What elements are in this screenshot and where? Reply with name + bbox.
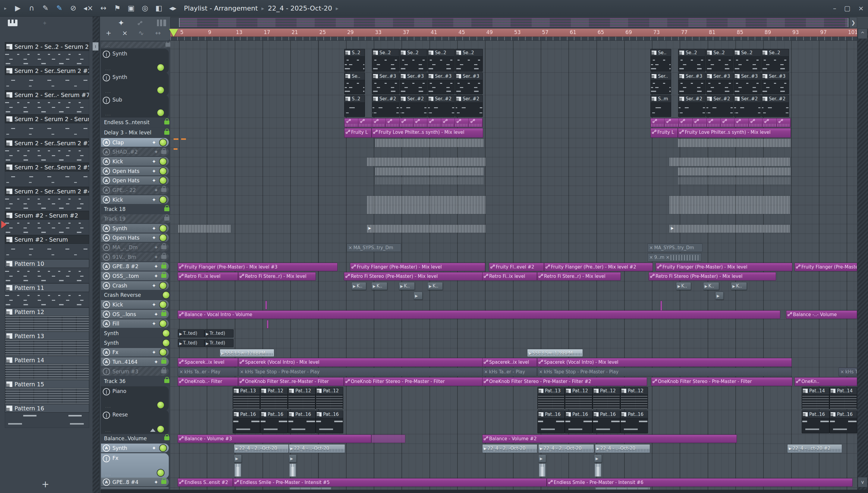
- pattern-name-row[interactable]: Pattern 13: [5, 331, 89, 340]
- minimap-view-window[interactable]: [179, 18, 848, 27]
- track-led[interactable]: [157, 469, 165, 477]
- lock-icon[interactable]: [164, 131, 169, 135]
- draw-tool-icon[interactable]: ✎: [56, 4, 63, 12]
- pattern-clip[interactable]: Ser..#3: [427, 72, 455, 94]
- pattern-name-row[interactable]: Serum 2 - Ser..Serum 2 #4: [5, 187, 89, 196]
- automation-clip[interactable]: Spacerek (Vocal Intro) - Mix level: [238, 358, 485, 367]
- pattern-clip[interactable]: Pat..16: [233, 410, 260, 433]
- pattern-name-row[interactable]: Serum 2 - Serum 2 - Serum: [5, 114, 89, 123]
- waveform-sliver-clip[interactable]: [595, 464, 601, 477]
- track-header-open-hats[interactable]: AOpen Hats✦: [101, 234, 169, 242]
- instrument-track-icon[interactable]: |: [103, 51, 110, 58]
- pattern-clip[interactable]: Pat..16: [829, 410, 857, 433]
- burst-icon[interactable]: ✦: [118, 18, 125, 27]
- automation-clip[interactable]: Spacerek..ix level: [177, 358, 238, 367]
- audio-stub-clip[interactable]: ▶K..: [731, 282, 747, 290]
- audio-track-icon[interactable]: A: [103, 311, 110, 318]
- pattern-name-row[interactable]: Serum #2 - Serum #2: [5, 211, 89, 220]
- pattern-name-row[interactable]: Pattern 10: [5, 259, 89, 268]
- audio-stub-clip[interactable]: ▶: [413, 292, 422, 300]
- pattern-name-row[interactable]: Pattern 11: [5, 283, 89, 292]
- pattern-list-item[interactable]: Serum 2 - Ser..Serum 2 #2: [5, 66, 89, 90]
- track-header-open-hats[interactable]: AOpen Hats✦: [101, 176, 169, 185]
- muted-automation-clip[interactable]: ×kHs Tape Stop - Pre-Master - Play: [238, 368, 485, 377]
- audio-track-icon[interactable]: A: [103, 263, 110, 270]
- automation-segment[interactable]: [469, 119, 482, 127]
- automation-clip[interactable]: Fruity Flanger (Pre-Master) - Mix level …: [177, 263, 338, 271]
- muted-audio-clip[interactable]: ×MA_SYPS..try_Dm: [347, 243, 401, 252]
- pattern-clip[interactable]: Pat..16: [592, 410, 620, 433]
- automation-segment[interactable]: [679, 119, 693, 127]
- instrument-track-icon[interactable]: |: [103, 368, 110, 375]
- automation-segment[interactable]: [707, 119, 721, 127]
- audio-clip[interactable]: ▶22_4 - 2..-Oct-20: [234, 444, 289, 453]
- automation-clip[interactable]: OneKn..: [795, 377, 857, 386]
- pattern-clip[interactable]: Ser..#3: [734, 72, 761, 94]
- track-header-kick[interactable]: AKick✦: [101, 300, 169, 309]
- automation-sliver-clip[interactable]: [267, 320, 268, 328]
- stretch-tool-icon[interactable]: ↔: [155, 29, 161, 37]
- automation-segment[interactable]: [693, 119, 707, 127]
- scroll-up-button[interactable]: ^: [858, 29, 867, 39]
- audio-track-icon[interactable]: A: [103, 478, 110, 486]
- track-led[interactable]: [159, 138, 167, 147]
- audio-stub-clip[interactable]: ▶K..: [427, 282, 443, 290]
- audio-clip[interactable]: ▶22_4 - ..ct-20 #2: [787, 444, 842, 453]
- pattern-list-item[interactable]: Pattern 10: [5, 259, 89, 283]
- automation-clip[interactable]: Balance -..- Volume: [786, 310, 857, 319]
- automation-clip[interactable]: OneKnob Filter Ster..re-Master - Filter: [238, 377, 344, 386]
- track-led[interactable]: [159, 282, 167, 290]
- automation-segment[interactable]: [413, 119, 427, 127]
- waveform-region[interactable]: [367, 157, 485, 166]
- pattern-clip[interactable]: Ser..#3: [400, 72, 427, 94]
- pattern-list-item[interactable]: Serum 2 - Ser..Serum 2 #3: [5, 138, 89, 163]
- audio-clip-dark[interactable]: ▶Tr..ted): [204, 339, 234, 347]
- audio-track-icon[interactable]: A: [103, 234, 110, 241]
- track-led[interactable]: [159, 157, 167, 166]
- pattern-clip[interactable]: Pat..16: [620, 410, 648, 433]
- automation-clip[interactable]: OneKnob Filter Stereo - Pre-Master - Fil…: [482, 377, 647, 386]
- track-header-synth[interactable]: |Synth...: [101, 49, 169, 73]
- scroll-right-button[interactable]: ❯: [849, 17, 857, 28]
- partial-clip[interactable]: [595, 487, 650, 490]
- automation-segment[interactable]: [455, 119, 469, 127]
- track-header-clap[interactable]: AClap✦: [101, 138, 169, 147]
- pattern-clip[interactable]: Se..2: [400, 49, 427, 72]
- waveform-region[interactable]: [670, 157, 790, 166]
- track-header-piano[interactable]: |Piano...: [101, 386, 169, 411]
- track-header-reese[interactable]: |Reese...: [101, 410, 169, 435]
- automation-clip[interactable]: Balance - Volume #3: [177, 434, 371, 443]
- pattern-clip[interactable]: Se..2: [372, 49, 399, 72]
- track-led[interactable]: [157, 401, 165, 409]
- track-header-fx[interactable]: |Fx...: [101, 453, 169, 478]
- lock-icon[interactable]: [164, 436, 169, 440]
- pattern-clip[interactable]: Ser..: [650, 72, 671, 94]
- track-header-row[interactable]: ...: [101, 42, 173, 48]
- track-header-balance-volume[interactable]: Balance..Volume: [101, 434, 172, 443]
- audio-clip[interactable]: ▶22_4 - ..-Oct-20: [595, 444, 650, 453]
- track-header-crash-reverse[interactable]: Crash Reverse: [101, 291, 172, 299]
- pattern-clip[interactable]: Se..2: [678, 49, 706, 72]
- track-led[interactable]: [159, 167, 167, 175]
- lock-icon[interactable]: [161, 274, 166, 278]
- playlist-grid[interactable]: S..2Se..2Se..2Se..2Se..2Se..Se..2Se..2Se…: [170, 41, 857, 490]
- waveform-sliver-clip[interactable]: [235, 464, 241, 477]
- pattern-clip[interactable]: Pat..16: [802, 410, 829, 433]
- audio-clip-dark[interactable]: ▶T..ted): [178, 339, 204, 347]
- audio-track-icon[interactable]: A: [103, 273, 110, 280]
- automation-clip[interactable]: Endless S..ensit #2: [177, 478, 233, 487]
- automation-clip[interactable]: OneKnob Filter Stereo - Pre-Master - Fil…: [651, 377, 793, 386]
- pattern-name-row[interactable]: Pattern 15: [5, 380, 89, 388]
- pattern-clip[interactable]: Se..2: [734, 49, 761, 72]
- waveform-region[interactable]: [178, 225, 231, 233]
- pattern-clip[interactable]: Pat..12: [288, 387, 316, 409]
- partial-clip[interactable]: [289, 487, 331, 490]
- pattern-clip[interactable]: Se..2: [761, 49, 789, 72]
- minimize-button[interactable]: –: [833, 4, 837, 12]
- audio-track-icon[interactable]: A: [103, 349, 110, 356]
- muted-automation-clip[interactable]: ×kHs Ta: [839, 368, 857, 377]
- track-header-ma-dm[interactable]: AMA_.._Dm✦: [101, 243, 169, 252]
- audio-stub-clip[interactable]: ▶K..: [399, 282, 415, 290]
- track-header-serum-3[interactable]: |Serum #3: [101, 367, 169, 376]
- track-led[interactable]: [157, 425, 165, 433]
